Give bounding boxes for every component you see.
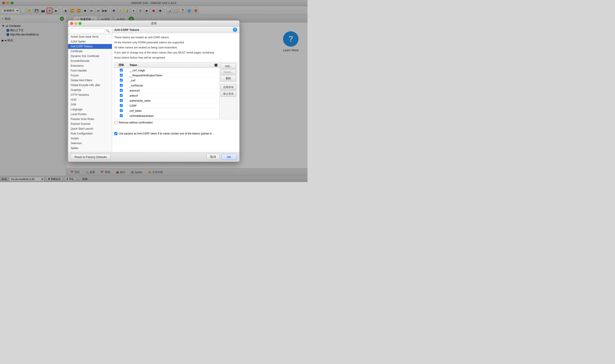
nav-item-local-proxies[interactable]: Local Proxies — [68, 112, 112, 117]
token-active-cell[interactable] — [115, 114, 128, 119]
content-help-btn[interactable]: ? — [233, 27, 237, 32]
table-row[interactable]: authenticity_token — [115, 98, 219, 104]
token-active-cell[interactable] — [115, 78, 128, 83]
nav-item-scripts[interactable]: Scripts — [68, 136, 112, 141]
token-active-checkbox[interactable] — [120, 114, 123, 117]
dialog-body: 🔍 ✕ Active Scan Input VectoAJAX SpiderAn… — [68, 27, 239, 152]
table-row[interactable]: _csrf — [115, 78, 219, 83]
token-extra-cell — [213, 78, 219, 83]
desc-line-4: If you add or change any of the token na… — [114, 51, 237, 55]
modify-token-btn[interactable]: Modify... — [220, 70, 236, 75]
token-active-cell[interactable] — [115, 108, 128, 114]
token-active-checkbox[interactable] — [120, 99, 123, 102]
use-params-checkbox[interactable] — [114, 132, 117, 135]
token-name-cell: csrfmiddlewaretoken — [128, 114, 213, 119]
disable-all-btn[interactable]: 禁止所有 — [220, 91, 236, 97]
dialog-nav: 🔍 ✕ Active Scan Input VectoAJAX SpiderAn… — [68, 27, 112, 152]
col-token-header[interactable]: Token ↑ — [128, 62, 213, 68]
token-extra-cell — [213, 104, 219, 108]
token-active-checkbox[interactable] — [120, 69, 123, 72]
nav-item-graphql[interactable]: GraphQL — [68, 88, 112, 92]
table-row[interactable]: CSRFToken — [115, 119, 219, 119]
token-active-checkbox[interactable] — [120, 94, 123, 97]
token-active-cell[interactable] — [115, 98, 128, 104]
token-extra-cell — [213, 88, 219, 93]
token-extra-cell — [213, 68, 219, 73]
nav-item-rule-configuration[interactable]: Rule Configuration — [68, 131, 112, 136]
dialog-min-btn[interactable] — [74, 22, 77, 25]
table-row[interactable]: __csrf_magic — [115, 68, 219, 73]
token-active-checkbox[interactable] — [120, 74, 123, 77]
token-active-checkbox[interactable] — [120, 89, 123, 92]
token-active-checkbox[interactable] — [120, 79, 123, 82]
nav-item-language[interactable]: Language — [68, 107, 112, 112]
table-row[interactable]: csrf_token — [115, 108, 219, 114]
add-token-btn[interactable]: Add... — [220, 64, 236, 69]
token-active-checkbox[interactable] — [120, 109, 123, 112]
nav-item-selenium[interactable]: Selenium — [68, 141, 112, 146]
table-row[interactable]: anoncsrf — [115, 88, 219, 93]
nav-item-quick-start-launch[interactable]: Quick Start Launch — [68, 126, 112, 131]
table-row[interactable]: __RequestVerificationToken — [115, 73, 219, 78]
token-active-cell[interactable] — [115, 73, 128, 78]
dialog-close-btn[interactable] — [70, 22, 73, 25]
table-row[interactable]: CSRF — [115, 104, 219, 108]
reset-defaults-btn[interactable]: Reset to Factory Defaults — [71, 154, 110, 160]
nav-search-area: 🔍 ✕ — [68, 27, 112, 34]
table-actions: Add... Modify... 删除 启用所有 禁止所有 — [219, 62, 237, 119]
dialog-content-panel: Anti-CSRF Tokens ? These tokens are trea… — [112, 27, 239, 152]
token-active-cell[interactable] — [115, 68, 128, 73]
nav-item-global-alert-filters[interactable]: Global Alert Filters — [68, 78, 112, 83]
nav-search-input[interactable] — [69, 28, 105, 33]
footer-right-btns: 取消 OK — [206, 154, 237, 160]
sort-asc-icon: ↑ — [138, 64, 139, 66]
desc-line-1: These tokens are treated as anti-CSRF to… — [114, 35, 237, 39]
delete-token-btn[interactable]: 删除 — [220, 76, 236, 81]
nav-item-http-sessions[interactable]: HTTP Sessions — [68, 92, 112, 97]
token-extra-cell — [213, 83, 219, 88]
enable-all-btn[interactable]: 启用所有 — [220, 84, 236, 90]
remove-confirm-checkbox[interactable] — [114, 121, 117, 124]
nav-item-spider[interactable]: Spider — [68, 146, 112, 151]
nav-item-passive-scanner[interactable]: Passive Scanner — [68, 121, 112, 126]
table-row[interactable]: anticsrf — [115, 93, 219, 98]
nav-item-active-scan-input-vecto[interactable]: Active Scan Input Vecto — [68, 34, 112, 39]
token-active-cell[interactable] — [115, 83, 128, 88]
token-active-checkbox[interactable] — [120, 84, 123, 87]
nav-item-global-exclude-url-(bet[interactable]: Global Exclude URL (Bet — [68, 83, 112, 88]
token-table-body: __csrf_magic __RequestVerificationToken … — [115, 68, 219, 119]
nav-item-fuzzer[interactable]: Fuzzer — [68, 73, 112, 78]
nav-item-encode/decode[interactable]: Encode/Decode — [68, 59, 112, 63]
table-row[interactable]: csrfmiddlewaretoken — [115, 114, 219, 119]
nav-item-form-handler[interactable]: Form Handler — [68, 68, 112, 73]
token-active-cell[interactable] — [115, 93, 128, 98]
nav-item-hud[interactable]: HUD — [68, 97, 112, 102]
token-active-cell[interactable] — [115, 88, 128, 93]
token-name-cell: csrf_token — [128, 108, 213, 114]
nav-item-anti-csrf-tokens[interactable]: Anti-CSRF Tokens — [68, 44, 112, 49]
table-row[interactable]: _csrfSecret — [115, 83, 219, 88]
cancel-btn[interactable]: 取消 — [206, 154, 220, 160]
dialog-window-controls[interactable] — [70, 22, 82, 25]
nav-item-ajax-spider[interactable]: AJAX Spider — [68, 39, 112, 44]
nav-item-dynamic-ssl-certificate[interactable]: Dynamic SSL Certificate — [68, 54, 112, 59]
nav-item-statistics[interactable]: Statistics — [68, 151, 112, 152]
token-active-checkbox[interactable] — [120, 104, 123, 107]
nav-search-icon[interactable]: 🔍 — [106, 29, 110, 33]
token-extra-cell — [213, 119, 219, 119]
ok-btn[interactable]: OK — [221, 154, 237, 160]
nav-item-certificate[interactable]: Certificate — [68, 49, 112, 54]
content-body: These tokens are treated as anti-CSRF to… — [112, 33, 239, 152]
token-active-cell[interactable] — [115, 119, 128, 119]
options-dialog: 选项 🔍 ✕ Active Scan Input VectoAJAX Spide… — [68, 20, 240, 162]
use-params-row: Use params as Anti-CSRF token if its nam… — [114, 132, 237, 135]
token-table-container: 活动 Token ↑ ⬛ — [114, 62, 237, 119]
nav-item-passive-scan-rules[interactable]: Passive Scan Rules — [68, 117, 112, 121]
dialog-max-btn[interactable] — [79, 22, 82, 25]
nav-item-jvm[interactable]: JVM — [68, 102, 112, 107]
token-table: 活动 Token ↑ ⬛ — [115, 62, 219, 119]
col-active-header: 活动 — [115, 62, 128, 68]
nav-item-extensions[interactable]: Extensions — [68, 63, 112, 68]
token-active-cell[interactable] — [115, 104, 128, 108]
token-name-cell: anoncsrf — [128, 88, 213, 93]
